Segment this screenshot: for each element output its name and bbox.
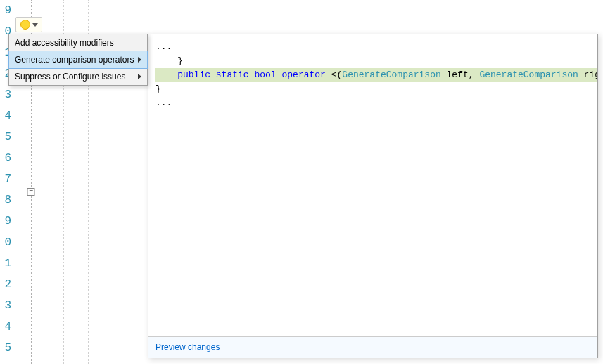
chevron-down-icon <box>32 23 38 27</box>
chevron-right-icon <box>138 74 141 79</box>
chevron-right-icon <box>138 57 141 63</box>
menu-item-suppress-configure[interactable]: Suppress or Configure issues <box>9 68 147 85</box>
quick-actions-menu: Add accessibility modifiers Generate com… <box>8 34 148 86</box>
menu-item-label: Generate comparison operators <box>15 55 134 65</box>
menu-item-generate-comparison[interactable]: Generate comparison operators <box>8 51 148 69</box>
preview-footer: Preview changes <box>148 336 597 358</box>
fold-toggle-icon[interactable]: − <box>27 188 35 196</box>
code-preview-pane: ... } public static bool operator <(Gene… <box>148 34 598 358</box>
menu-item-accessibility-modifiers[interactable]: Add accessibility modifiers <box>9 34 147 51</box>
menu-item-label: Add accessibility modifiers <box>15 38 114 48</box>
quick-actions-lightbulb[interactable] <box>15 17 42 32</box>
menu-item-label: Suppress or Configure issues <box>15 72 125 82</box>
preview-changes-link[interactable]: Preview changes <box>155 342 220 352</box>
preview-code-area: ... } public static bool operator <(Gene… <box>148 34 597 336</box>
lightbulb-icon <box>20 20 30 30</box>
